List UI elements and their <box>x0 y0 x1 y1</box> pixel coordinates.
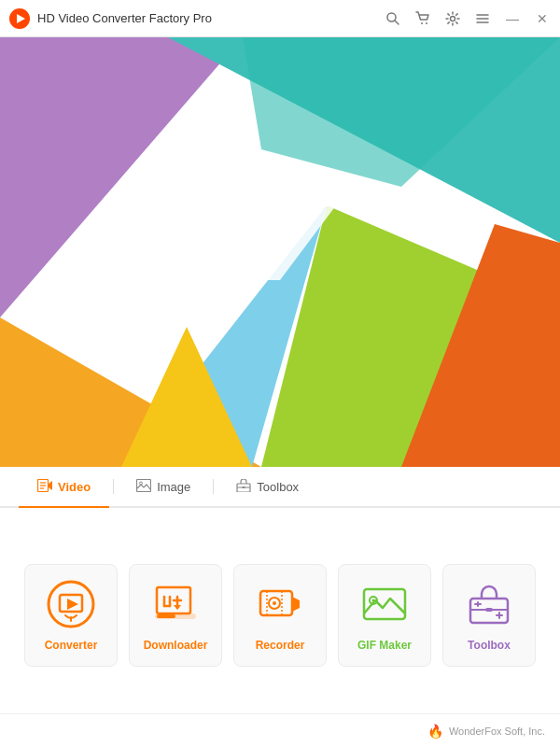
tab-toolbox[interactable]: Toolbox <box>217 467 317 508</box>
converter-card[interactable]: Converter <box>24 564 118 667</box>
svg-point-6 <box>451 16 455 21</box>
tab-video-label: Video <box>58 480 91 494</box>
hero-banner <box>0 37 560 467</box>
svg-point-4 <box>421 22 423 24</box>
svg-point-5 <box>426 22 427 24</box>
downloader-card[interactable]: Downloader <box>129 564 222 667</box>
tab-separator-2 <box>213 479 214 494</box>
svg-rect-31 <box>243 486 245 488</box>
title-bar: HD Video Converter Factory Pro <box>0 0 560 37</box>
app-title: HD Video Converter Factory Pro <box>37 11 385 25</box>
footer: 🔥 WonderFox Soft, Inc. <box>0 713 560 747</box>
titlebar-controls: — ✕ <box>385 10 551 27</box>
svg-rect-44 <box>157 614 175 618</box>
footer-company: WonderFox Soft, Inc. <box>449 726 545 737</box>
svg-marker-26 <box>49 481 52 490</box>
gif-maker-label: GIF Maker <box>357 639 412 652</box>
close-button[interactable]: ✕ <box>534 10 551 27</box>
settings-icon[interactable] <box>444 10 461 27</box>
app-logo-icon <box>9 8 30 29</box>
toolbox-tab-icon <box>236 479 251 495</box>
svg-marker-34 <box>67 599 78 610</box>
svg-marker-50 <box>292 597 300 612</box>
gif-maker-icon <box>359 579 410 629</box>
tab-image[interactable]: Image <box>118 467 209 508</box>
gif-maker-card[interactable]: GIF Maker <box>338 564 431 667</box>
recorder-label: Recorder <box>256 639 305 652</box>
tab-image-label: Image <box>157 480 190 494</box>
wonderfox-flame-icon: 🔥 <box>427 724 443 739</box>
toolbox-card-icon <box>464 579 514 629</box>
bottom-section: Video Image Toolb <box>0 467 560 747</box>
converter-icon <box>46 579 96 629</box>
footer-logo: 🔥 WonderFox Soft, Inc. <box>427 724 545 739</box>
image-tab-icon <box>136 479 151 495</box>
cards-area: Converter Downloader <box>0 508 560 713</box>
cart-icon[interactable] <box>414 10 431 27</box>
recorder-card[interactable]: Recorder <box>233 564 327 667</box>
recorder-icon <box>255 579 305 629</box>
downloader-label: Downloader <box>144 639 208 652</box>
tab-toolbox-label: Toolbox <box>257 480 299 494</box>
video-tab-icon <box>37 479 52 495</box>
toolbox-feature-card[interactable]: Toolbox <box>442 564 536 667</box>
tab-bar: Video Image Toolb <box>0 467 560 508</box>
svg-rect-56 <box>485 608 493 612</box>
toolbox-card-label: Toolbox <box>468 639 511 652</box>
tab-separator-1 <box>113 479 114 494</box>
downloader-icon <box>150 579 201 629</box>
tab-video[interactable]: Video <box>19 467 109 508</box>
converter-label: Converter <box>45 639 98 652</box>
minimize-button[interactable]: — <box>504 10 521 27</box>
svg-marker-42 <box>174 605 181 610</box>
svg-point-49 <box>273 601 276 605</box>
svg-line-3 <box>395 21 399 24</box>
svg-rect-27 <box>137 479 151 491</box>
search-icon[interactable] <box>385 10 401 27</box>
menu-icon[interactable] <box>474 10 491 27</box>
